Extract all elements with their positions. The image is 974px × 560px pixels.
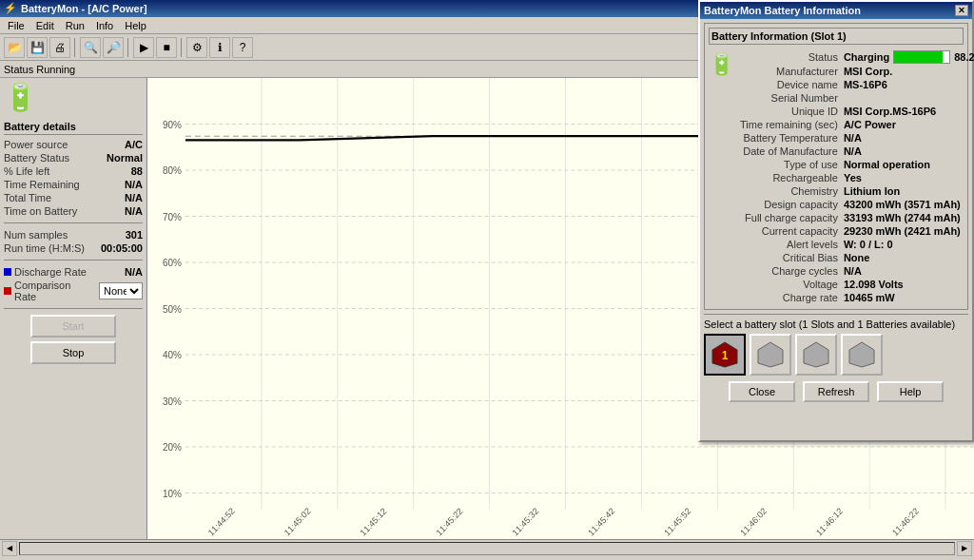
time-on-battery-row: Time on Battery N/A	[4, 205, 143, 217]
info-button[interactable]: ℹ	[209, 37, 230, 58]
field-value: 43200 mWh (3571 mAh)	[844, 199, 974, 210]
runtime-label: Run time (H:M:S)	[4, 242, 85, 254]
slot-3-icon[interactable]	[795, 334, 837, 376]
table-row: Device nameMS-16P6	[740, 79, 974, 90]
power-source-label: Power source	[4, 139, 68, 150]
dialog-title-text: BatteryMon Battery Information	[704, 5, 861, 16]
start-button[interactable]: Start	[30, 315, 116, 338]
table-row: Critical BiasNone	[740, 252, 974, 263]
save-button[interactable]: 💾	[27, 37, 48, 58]
runtime-row: Run time (H:M:S) 00:05:00	[4, 242, 143, 254]
menu-edit[interactable]: Edit	[30, 19, 60, 32]
comparison-rate-select[interactable]: None	[99, 282, 143, 299]
scroll-right-button[interactable]: ▶	[957, 541, 972, 556]
run-button[interactable]: ▶	[133, 37, 154, 58]
total-time-row: Total Time N/A	[4, 192, 143, 203]
table-row: Full charge capacity33193 mWh (2744 mAh)	[740, 212, 974, 223]
scroll-left-button[interactable]: ◀	[2, 541, 17, 556]
battery-info-dialog: BatteryMon Battery Information ✕ Battery…	[698, 0, 974, 442]
menu-run[interactable]: Run	[60, 19, 90, 32]
dialog-title-bar: BatteryMon Battery Information ✕	[700, 2, 972, 19]
section-title: Battery Information (Slot 1)	[709, 28, 964, 45]
svg-text:90%: 90%	[163, 119, 182, 129]
charge-bar	[893, 50, 950, 64]
time-on-battery-value: N/A	[125, 205, 143, 217]
stop-toolbar-button[interactable]: ■	[156, 37, 177, 58]
table-row: Alert levelsW: 0 / L: 0	[740, 239, 974, 250]
time-on-battery-label: Time on Battery	[4, 205, 77, 217]
discharge-color-indicator	[4, 268, 11, 276]
open-button[interactable]: 📂	[4, 37, 25, 58]
battery-status-label: Battery Status	[4, 152, 69, 164]
field-value: Yes	[844, 172, 974, 183]
settings-button[interactable]: ⚙	[186, 37, 207, 58]
charge-bar-fill	[894, 51, 943, 63]
divider-3	[4, 308, 143, 309]
table-row: Serial Number	[740, 92, 974, 104]
svg-marker-43	[804, 342, 828, 367]
field-label: Status	[740, 50, 842, 64]
field-label: Time remaining (sec)	[740, 119, 842, 130]
svg-marker-42	[758, 342, 783, 367]
field-value: Lithium Ion	[844, 185, 974, 197]
table-row: Status Charging 88.2%	[740, 50, 974, 64]
field-value: N/A	[844, 265, 974, 277]
svg-text:20%: 20%	[163, 442, 182, 453]
battery-info-table: Status Charging 88.2%	[738, 48, 974, 305]
charge-percent: 88.2%	[954, 51, 974, 63]
table-row: Charge cyclesN/A	[740, 265, 974, 277]
app-icon: ⚡	[4, 2, 17, 15]
slot-icons-container: 1	[704, 334, 968, 376]
print-button[interactable]: 🖨	[49, 37, 70, 58]
refresh-button[interactable]: Refresh	[803, 381, 869, 402]
dialog-battery-icon: 🔋	[709, 52, 734, 76]
comparison-rate-row: Comparison Rate None	[4, 280, 143, 302]
horizontal-scrollbar[interactable]	[19, 542, 955, 555]
table-row: RechargeableYes	[740, 172, 974, 183]
field-value: Normal operation	[844, 159, 974, 170]
field-value: MS-16P6	[844, 79, 974, 90]
menu-file[interactable]: File	[2, 19, 30, 32]
status-label: Status	[4, 64, 33, 75]
field-label: Date of Manufacture	[740, 145, 842, 157]
zoom-in-button[interactable]: 🔍	[80, 37, 101, 58]
life-left-value: 88	[131, 165, 143, 177]
table-row: Design capacity43200 mWh (3571 mAh)	[740, 199, 974, 210]
svg-text:70%: 70%	[163, 211, 182, 222]
field-value: N/A	[844, 145, 974, 157]
help-toolbar-button[interactable]: ?	[232, 37, 253, 58]
battery-details-title: Battery details	[4, 121, 143, 135]
field-value: None	[844, 252, 974, 263]
field-label: Charge rate	[740, 292, 842, 303]
field-value	[844, 92, 974, 104]
slot-2-icon[interactable]	[750, 334, 791, 376]
comparison-color-indicator	[4, 287, 11, 295]
close-dialog-button[interactable]: Close	[729, 381, 795, 402]
table-row: Voltage12.098 Volts	[740, 279, 974, 290]
field-label: Alert levels	[740, 239, 842, 250]
dialog-close-button[interactable]: ✕	[955, 5, 968, 16]
field-value: N/A	[844, 132, 974, 144]
field-label: Design capacity	[740, 199, 842, 210]
zoom-out-button[interactable]: 🔎	[103, 37, 124, 58]
field-value: 10465 mW	[844, 292, 974, 303]
svg-text:40%: 40%	[163, 350, 182, 360]
power-source-row: Power source A/C	[4, 139, 143, 150]
battery-icon-area: 🔋	[4, 82, 143, 113]
table-row: Charge rate10465 mW	[740, 292, 974, 303]
field-value: Charging 88.2%	[844, 50, 974, 64]
discharge-rate-value: N/A	[125, 266, 143, 278]
help-dialog-button[interactable]: Help	[877, 381, 944, 402]
stop-button[interactable]: Stop	[30, 341, 116, 364]
menu-info[interactable]: Info	[90, 19, 119, 32]
slot-label: Select a battery slot (1 Slots and 1 Bat…	[704, 319, 968, 330]
title-bar-text: BatteryMon - [A/C Power]	[21, 3, 147, 14]
slot-4-icon[interactable]	[841, 334, 883, 376]
slot-1-icon[interactable]: 1	[704, 334, 746, 376]
menu-help[interactable]: Help	[119, 19, 152, 32]
total-time-label: Total Time	[4, 192, 51, 203]
field-value: MSI Corp.	[844, 66, 974, 77]
svg-text:60%: 60%	[163, 258, 182, 268]
runtime-value: 00:05:00	[101, 242, 143, 254]
svg-text:10%: 10%	[163, 488, 182, 498]
